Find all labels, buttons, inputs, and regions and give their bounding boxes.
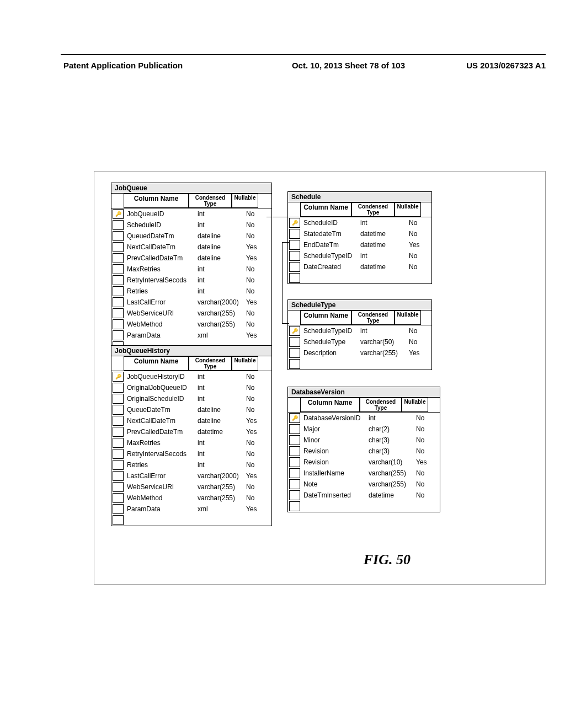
table-databaseversion: DatabaseVersionColumn NameCondensed Type…	[287, 387, 440, 512]
cell-nullable: No	[407, 338, 439, 346]
row-icon	[289, 262, 300, 272]
cell-type: varchar(255)	[195, 320, 244, 329]
cell-nullable: No	[244, 383, 276, 392]
table-row: InstallerNamevarchar(255)No	[288, 468, 440, 479]
cell-name: NextCallDateTm	[125, 243, 195, 251]
cell-nullable: No	[244, 449, 276, 458]
cell-name: Note	[301, 480, 366, 489]
row-icon	[113, 493, 124, 503]
header-publication: Patent Application Publication	[63, 61, 183, 70]
cell-nullable: No	[407, 326, 439, 335]
cell-type: int	[195, 449, 244, 458]
col-header-name: Column Name	[124, 194, 189, 208]
row-icon	[113, 471, 124, 481]
cell-type: datetime	[195, 427, 244, 436]
cell-name: Minor	[301, 436, 366, 445]
cell-name: LastCallError	[125, 472, 195, 480]
cell-type: varchar(255)	[366, 469, 414, 478]
table-row: NextCallDateTmdatelineYes	[111, 242, 271, 253]
cell-name: MaxRetries	[125, 438, 195, 447]
cell-name: OriginalScheduleID	[125, 394, 195, 403]
row-icon	[289, 240, 300, 250]
col-header-name: Column Name	[124, 356, 189, 371]
table-row: 🔑ScheduleTypeIDintNo	[288, 325, 431, 336]
row-icon	[289, 348, 300, 358]
cell-nullable: No	[414, 491, 446, 500]
row-icon	[289, 457, 300, 467]
cell-name: ScheduleID	[125, 221, 195, 229]
cell-nullable: No	[244, 276, 276, 285]
table-title-databaseversion: DatabaseVersion	[288, 387, 440, 398]
table-row: Notevarchar(255)No	[288, 479, 440, 490]
table-row: Revisionvarchar(10)Yes	[288, 457, 440, 468]
cell-nullable: No	[244, 265, 276, 274]
header-date-text: Oct. 10, 2013 Sheet 78 of 103	[292, 61, 405, 70]
table-title-schedule: Schedule	[288, 192, 431, 202]
cell-nullable: No	[244, 232, 276, 240]
cell-nullable: No	[244, 394, 276, 403]
table-row: PrevCalledDateTmdatelineYes	[111, 253, 271, 264]
table-row: StatedateTmdatetimeNo	[288, 228, 431, 239]
cell-type: xml	[195, 331, 244, 340]
row-icon	[113, 438, 124, 448]
table-row: Revisionchar(3)No	[288, 446, 440, 457]
cell-type: varchar(2000)	[195, 298, 244, 307]
connector-schedule-scheduletype	[282, 323, 289, 324]
cell-name: ScheduleID	[301, 218, 358, 227]
cell-type: int	[195, 372, 244, 381]
cell-name: LastCallError	[125, 298, 195, 307]
cell-nullable: Yes	[244, 243, 276, 251]
cell-nullable: No	[407, 218, 439, 227]
table-body-scheduletype: Column NameCondensed TypeNullable🔑Schedu…	[288, 311, 431, 370]
cell-type: dateline	[195, 232, 244, 240]
table-row: EndDateTmdatetimeYes	[288, 239, 431, 250]
cell-name: InstallerName	[301, 469, 366, 478]
cell-nullable: No	[244, 221, 276, 229]
cell-nullable: Yes	[407, 240, 439, 249]
row-icon	[113, 330, 124, 340]
cell-nullable: Yes	[244, 254, 276, 263]
table-row: WebMethodvarchar(255)No	[111, 493, 271, 504]
cell-type: int	[195, 221, 244, 229]
table-row: 🔑ScheduleIDintNo	[288, 217, 431, 228]
row-icon	[113, 394, 124, 404]
cell-type: int	[358, 251, 407, 260]
row-icon	[113, 308, 124, 318]
cell-name: ParamData	[125, 331, 195, 340]
figure-label: FIG. 50	[364, 552, 411, 568]
col-header-type: Condensed Type	[351, 311, 395, 325]
cell-nullable: No	[414, 425, 446, 433]
cell-nullable: Yes	[244, 472, 276, 480]
row-icon	[113, 405, 124, 415]
row-icon	[289, 273, 300, 283]
table-row: WebMethodvarchar(255)No	[111, 319, 271, 330]
cell-name: StatedateTm	[301, 229, 358, 238]
header-divider	[61, 54, 546, 55]
table-row-empty	[111, 515, 271, 526]
table-title-jobqueue: JobQueue	[111, 183, 271, 194]
cell-nullable: No	[244, 405, 276, 414]
cell-name: WebServiceURI	[125, 309, 195, 318]
table-row-empty	[288, 272, 431, 283]
row-icon	[113, 427, 124, 437]
row-icon	[113, 286, 124, 296]
table-row-empty	[288, 501, 440, 512]
table-row: RetriesintNo	[111, 459, 271, 470]
table-row: ParamDataxmlYes	[111, 504, 271, 515]
cell-type: varchar(2000)	[195, 472, 244, 480]
cell-name: OriginalJobQueueID	[125, 383, 195, 392]
table-row: 🔑JobQueueIDintNo	[111, 208, 271, 220]
cell-name: DateCreated	[301, 263, 358, 271]
table-header-row: Column NameCondensed TypeNullable	[111, 356, 271, 371]
table-row: ScheduleTypeIDintNo	[288, 250, 431, 261]
table-row: Minorchar(3)No	[288, 435, 440, 446]
key-icon: 🔑	[289, 413, 300, 423]
cell-nullable: Yes	[244, 427, 276, 436]
cell-name: DateTmInserted	[301, 491, 366, 500]
table-body-jobqueuehistory: Column NameCondensed TypeNullable🔑JobQue…	[111, 356, 271, 526]
key-icon: 🔑	[113, 372, 124, 382]
cell-nullable: Yes	[244, 298, 276, 307]
cell-type: int	[195, 438, 244, 447]
table-header-row: Column NameCondensed TypeNullable	[288, 311, 431, 325]
cell-type: char(3)	[366, 436, 414, 445]
